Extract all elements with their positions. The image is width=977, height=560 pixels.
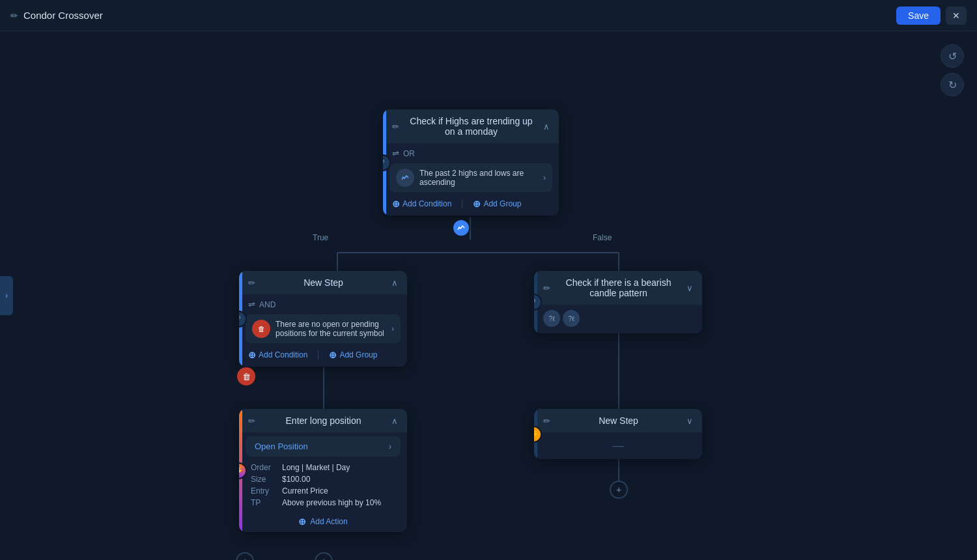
- undo-redo-group: ↺ ↻: [941, 44, 964, 96]
- header-right: Save ✕: [896, 7, 967, 25]
- check-highs-condition-text: The past 2 highs and lows are ascending: [419, 169, 538, 187]
- entry-label: Entry: [251, 486, 277, 496]
- enter-long-header: ✏ Enter long position ∧: [239, 409, 407, 432]
- new-step-header: ✏ New Step ∧: [239, 271, 407, 294]
- new-step-right-header: ✏ New Step ∨: [534, 409, 702, 432]
- new-step-logic: ⇌ AND: [239, 294, 407, 312]
- open-position-label: Open Position: [255, 441, 308, 451]
- check-highs-add-group[interactable]: ⊕ Add Group: [473, 199, 521, 209]
- check-highs-condition-icon: [396, 169, 414, 187]
- check-highs-logic: ⇌ OR: [383, 143, 559, 161]
- order-value: Long | Market | Day: [282, 463, 350, 472]
- plus-icon-group2: ⊕: [329, 350, 337, 360]
- new-step-delete-badge[interactable]: 🗑: [237, 367, 255, 385]
- plus-icon-cond2: ⊕: [248, 350, 256, 360]
- canvas: › ↺ ↻ True False ? ✏ Check if Highs are …: [0, 31, 977, 560]
- new-step-card: ? ✏ New Step ∧ ⇌ AND 🗑 There are no open…: [239, 271, 407, 367]
- true-label: True: [313, 233, 328, 242]
- size-value: $100.00: [282, 475, 310, 484]
- position-details: Order Long | Market | Day Size $100.00 E…: [239, 459, 407, 511]
- add-action-button[interactable]: ⊕ Add Action: [239, 511, 407, 532]
- check-highs-bottom-badge: [452, 219, 470, 237]
- close-button[interactable]: ✕: [946, 7, 967, 25]
- bearish-collapse-icon[interactable]: ∨: [687, 283, 693, 293]
- pencil-icon: ✏: [10, 10, 18, 21]
- footer-divider2: [318, 350, 319, 359]
- bearish-header: ✏ Check if there is a bearish candle pat…: [534, 271, 702, 305]
- footer-divider: [462, 199, 462, 208]
- new-step-right-dash: —: [534, 432, 702, 459]
- redo-button[interactable]: ↻: [941, 73, 964, 96]
- check-highs-card: ? ✏ Check if Highs are trending up on a …: [383, 109, 559, 216]
- check-highs-footer: ⊕ Add Condition ⊕ Add Group: [383, 195, 559, 216]
- new-step-right-title: New Step: [556, 415, 681, 426]
- size-label: Size: [251, 475, 277, 484]
- bearish-edit-icon[interactable]: ✏: [543, 283, 550, 293]
- header-left: ✏ Condor Crossover: [10, 10, 103, 21]
- check-highs-chevron: ›: [543, 173, 546, 182]
- undo-button[interactable]: ↺: [941, 44, 964, 68]
- check-highs-header: ✏ Check if Highs are trending up on a mo…: [383, 109, 559, 143]
- check-highs-add-condition[interactable]: ⊕ Add Condition: [392, 199, 451, 209]
- order-label: Order: [251, 463, 277, 472]
- new-step-condition-row[interactable]: 🗑 There are no open or pending positions…: [246, 315, 401, 343]
- entry-row: Entry Current Price: [251, 485, 398, 497]
- check-highs-title: Check if Highs are trending up on a mond…: [404, 116, 538, 137]
- add-circle-right[interactable]: +: [610, 481, 628, 499]
- check-highs-condition-row[interactable]: The past 2 highs and lows are ascending …: [389, 163, 552, 192]
- new-step-edit-icon[interactable]: ✏: [248, 278, 255, 288]
- new-step-add-group[interactable]: ⊕ Add Group: [329, 350, 377, 360]
- new-step-right-collapse-icon[interactable]: ∨: [687, 416, 693, 426]
- new-step-right-card: ⚡ ✏ New Step ∨ —: [534, 409, 702, 459]
- header: ✏ Condor Crossover Save ✕: [0, 0, 977, 31]
- new-step-chevron: ›: [391, 324, 394, 333]
- new-step-footer: ⊕ Add Condition ⊕ Add Group: [239, 346, 407, 367]
- enter-long-collapse-icon[interactable]: ∧: [391, 416, 398, 426]
- plus-icon-cond: ⊕: [392, 199, 400, 209]
- add-circle-center[interactable]: +: [315, 552, 333, 560]
- new-step-collapse-icon[interactable]: ∧: [391, 278, 398, 288]
- entry-value: Current Price: [282, 486, 328, 496]
- open-position-chevron: ›: [389, 441, 391, 451]
- new-step-title: New Step: [261, 277, 386, 288]
- add-circle-left[interactable]: +: [236, 552, 254, 560]
- plus-icon-group: ⊕: [473, 199, 481, 209]
- bearish-badge-2: ?ℓ: [563, 310, 580, 327]
- bearish-title: Check if there is a bearish candle patte…: [556, 277, 681, 298]
- new-step-delete-icon[interactable]: 🗑: [252, 320, 270, 338]
- save-button[interactable]: Save: [896, 7, 941, 25]
- check-bearish-card: ? ✏ Check if there is a bearish candle p…: [534, 271, 702, 333]
- check-highs-edit-icon[interactable]: ✏: [392, 122, 399, 132]
- tp-row: TP Above previous high by 10%: [251, 497, 398, 509]
- check-highs-collapse-icon[interactable]: ∧: [543, 122, 550, 132]
- tp-value: Above previous high by 10%: [282, 498, 381, 507]
- enter-long-card: ⚡ ✏ Enter long position ∧ Open Position …: [239, 409, 407, 532]
- new-step-add-condition[interactable]: ⊕ Add Condition: [248, 350, 307, 360]
- false-label: False: [593, 233, 612, 242]
- enter-long-edit-icon[interactable]: ✏: [248, 416, 255, 426]
- new-step-condition-text: There are no open or pending positions f…: [276, 320, 386, 338]
- size-row: Size $100.00: [251, 473, 398, 485]
- plus-icon-action: ⊕: [298, 516, 306, 527]
- sidebar-toggle[interactable]: ›: [0, 276, 13, 315]
- tp-label: TP: [251, 498, 277, 507]
- bearish-badges: ?ℓ ?ℓ: [534, 305, 702, 333]
- bearish-badge-1: ?ℓ: [543, 310, 560, 327]
- page-title: Condor Crossover: [23, 10, 103, 21]
- open-position-row[interactable]: Open Position ›: [246, 436, 401, 456]
- new-step-right-edit-icon[interactable]: ✏: [543, 416, 550, 426]
- enter-long-title: Enter long position: [261, 415, 386, 426]
- order-row: Order Long | Market | Day: [251, 462, 398, 473]
